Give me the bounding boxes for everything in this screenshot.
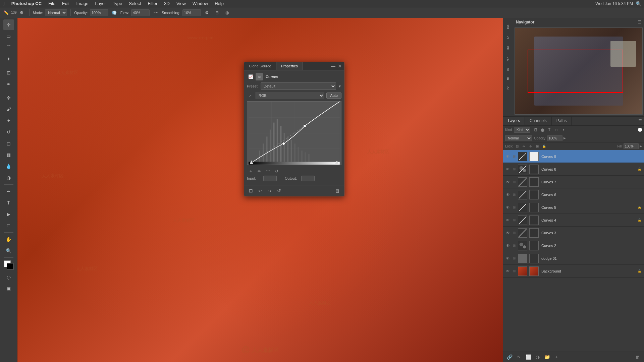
mini-properties-icon[interactable]: Pr... bbox=[504, 64, 512, 72]
smoothing-settings[interactable]: ⚙ bbox=[203, 9, 211, 17]
curves-icon[interactable]: 📈 bbox=[247, 73, 254, 80]
eraser-tool[interactable]: ◻ bbox=[3, 138, 14, 149]
shape-tool[interactable]: □ bbox=[3, 220, 14, 231]
menu-file[interactable]: File bbox=[46, 0, 58, 7]
mini-history-icon[interactable]: His... bbox=[504, 21, 512, 31]
tab-channels[interactable]: Channels bbox=[525, 117, 552, 125]
filter-type-icon[interactable]: T bbox=[546, 127, 552, 133]
lock-image-icon[interactable]: ✏ bbox=[521, 143, 527, 149]
clone-source-tab[interactable]: Clone Source bbox=[244, 62, 276, 70]
clone-align[interactable]: ⊞ bbox=[213, 9, 221, 17]
mini-brush1-icon[interactable]: Br... bbox=[504, 73, 512, 81]
zoom-tool[interactable]: 🔍 bbox=[3, 245, 14, 256]
mini-history2-icon[interactable]: His... bbox=[504, 42, 512, 52]
layer-item-dodge[interactable]: 👁 ⊞ dodge 01 bbox=[503, 252, 644, 265]
output-value[interactable] bbox=[301, 176, 315, 181]
path-selection-tool[interactable]: ▶ bbox=[3, 209, 14, 220]
curve-smooth-tool[interactable]: 〰 bbox=[264, 168, 272, 175]
curve-draw-tool[interactable]: ✏ bbox=[256, 168, 263, 175]
background-color[interactable] bbox=[7, 263, 13, 270]
blur-tool[interactable]: 💧 bbox=[3, 161, 14, 172]
mini-clone-icon[interactable]: Clo... bbox=[504, 53, 512, 63]
tab-layers[interactable]: Layers bbox=[503, 117, 525, 125]
add-adjustment-btn[interactable]: ◑ bbox=[534, 353, 541, 361]
menu-view[interactable]: View bbox=[174, 0, 189, 7]
lock-all-icon[interactable]: 🔒 bbox=[541, 143, 547, 149]
smoothing-icon[interactable]: 〰 bbox=[152, 9, 160, 17]
app-name[interactable]: Photoshop CC bbox=[9, 0, 44, 7]
mini-brush2-icon[interactable]: Br... bbox=[504, 83, 512, 91]
brush-tool[interactable]: ✏️ bbox=[2, 9, 10, 17]
menu-image[interactable]: Image bbox=[73, 0, 91, 7]
layer-eye-curves9[interactable]: 👁 bbox=[505, 154, 511, 159]
quick-mask-mode[interactable]: ◌ bbox=[3, 272, 14, 283]
menu-layer[interactable]: Layer bbox=[93, 0, 109, 7]
move-tool[interactable]: ✛ bbox=[3, 19, 14, 30]
fill-input[interactable] bbox=[624, 143, 639, 149]
layer-item-background[interactable]: 👁 ⊞ Background 🔒 bbox=[503, 265, 644, 278]
filter-smart-icon[interactable]: ✦ bbox=[560, 127, 567, 133]
menu-type[interactable]: Type bbox=[110, 0, 125, 7]
layer-eye-curves3[interactable]: 👁 bbox=[505, 230, 511, 236]
delete-layer-btn[interactable]: 🗑 bbox=[634, 353, 641, 361]
layer-item-curves3[interactable]: 👁 ⊞ Curves 3 bbox=[503, 227, 644, 239]
filter-adjustment-icon[interactable]: ⬤ bbox=[539, 127, 545, 133]
clone-sample[interactable]: ◎ bbox=[223, 9, 231, 17]
pen-tool[interactable]: ✒ bbox=[3, 186, 14, 197]
layer-eye-curves4[interactable]: 👁 bbox=[505, 218, 511, 223]
magic-wand-tool[interactable]: ✦ bbox=[3, 54, 14, 64]
properties-tab[interactable]: Properties bbox=[276, 62, 303, 70]
layer-eye-curves5[interactable]: 👁 bbox=[505, 205, 511, 210]
add-layer-btn[interactable]: + bbox=[553, 353, 560, 361]
previous-state-btn[interactable]: ↩ bbox=[256, 187, 264, 195]
tab-paths[interactable]: Paths bbox=[552, 117, 572, 125]
auto-button[interactable]: Auto bbox=[326, 93, 341, 99]
opacity-input[interactable] bbox=[547, 135, 562, 141]
crop-tool[interactable]: ⊡ bbox=[3, 67, 14, 78]
clone-stamp-tool[interactable]: ✦ bbox=[3, 115, 14, 126]
blend-mode-select[interactable]: Normal bbox=[505, 135, 532, 141]
layer-item-curves9[interactable]: 👁 ⊞ Curves 9 bbox=[503, 150, 644, 163]
marquee-tool[interactable]: ▭ bbox=[3, 31, 14, 42]
mode-select[interactable]: Normal bbox=[45, 9, 67, 16]
layer-eye-curves8[interactable]: 👁 bbox=[505, 167, 511, 172]
menu-3d[interactable]: 3D bbox=[161, 0, 172, 7]
flow-input[interactable] bbox=[131, 9, 150, 16]
layer-item-curves2[interactable]: 👁 ⊞ Curves 2 bbox=[503, 239, 644, 252]
mini-adjustments-icon[interactable]: Ad... bbox=[504, 32, 512, 41]
layer-item-curves5[interactable]: 👁 ⊞ Curves 5 🔒 bbox=[503, 201, 644, 214]
dodge-tool[interactable]: ◑ bbox=[3, 172, 14, 183]
layer-item-curves8[interactable]: 👁 ⊞ Curves 8 🔒 bbox=[503, 163, 644, 176]
filter-shape-icon[interactable]: □ bbox=[553, 127, 559, 133]
search-icon[interactable]: 🔍 bbox=[636, 1, 641, 6]
add-mask-btn[interactable]: ⬜ bbox=[525, 353, 532, 361]
channel-pointer-icon[interactable]: ↗ bbox=[247, 92, 254, 99]
apple-menu[interactable]:  bbox=[3, 1, 5, 7]
add-fx-btn[interactable]: fx bbox=[515, 353, 523, 361]
airbrush-toggle[interactable]: 💨 bbox=[110, 9, 118, 17]
smoothing-input[interactable] bbox=[182, 9, 201, 16]
type-tool[interactable]: T bbox=[3, 197, 14, 208]
layers-panel-menu[interactable]: ☰ bbox=[638, 119, 642, 123]
menu-filter[interactable]: Filter bbox=[145, 0, 160, 7]
gradient-tool[interactable]: ▦ bbox=[3, 149, 14, 160]
filter-pixel-icon[interactable]: 🖼 bbox=[532, 127, 538, 133]
color-swatch[interactable] bbox=[4, 260, 13, 270]
opacity-input[interactable] bbox=[90, 9, 108, 16]
navigator-menu-icon[interactable]: ☰ bbox=[638, 20, 641, 24]
curves-active-icon[interactable]: ≋ bbox=[256, 73, 263, 80]
menu-select[interactable]: Select bbox=[126, 0, 144, 7]
layer-eye-curves7[interactable]: 👁 bbox=[505, 179, 511, 185]
next-state-btn[interactable]: ↪ bbox=[266, 187, 274, 195]
input-value[interactable] bbox=[263, 176, 277, 181]
layer-item-curves4[interactable]: 👁 ⊞ Curves 4 🔒 bbox=[503, 214, 644, 227]
layer-eye-curves6[interactable]: 👁 bbox=[505, 192, 511, 197]
screen-mode[interactable]: ▣ bbox=[3, 283, 14, 294]
layer-item-curves6[interactable]: 👁 ⊞ Curves 6 bbox=[503, 188, 644, 201]
curve-point-tool[interactable]: ⌖ bbox=[247, 168, 254, 175]
healing-brush-tool[interactable]: ✜ bbox=[3, 93, 14, 103]
add-link-btn[interactable]: 🔗 bbox=[506, 353, 513, 361]
kind-select[interactable]: Kind bbox=[514, 127, 530, 133]
lock-artboard-icon[interactable]: ⊞ bbox=[535, 143, 540, 149]
reset-btn[interactable]: ↺ bbox=[275, 187, 283, 195]
